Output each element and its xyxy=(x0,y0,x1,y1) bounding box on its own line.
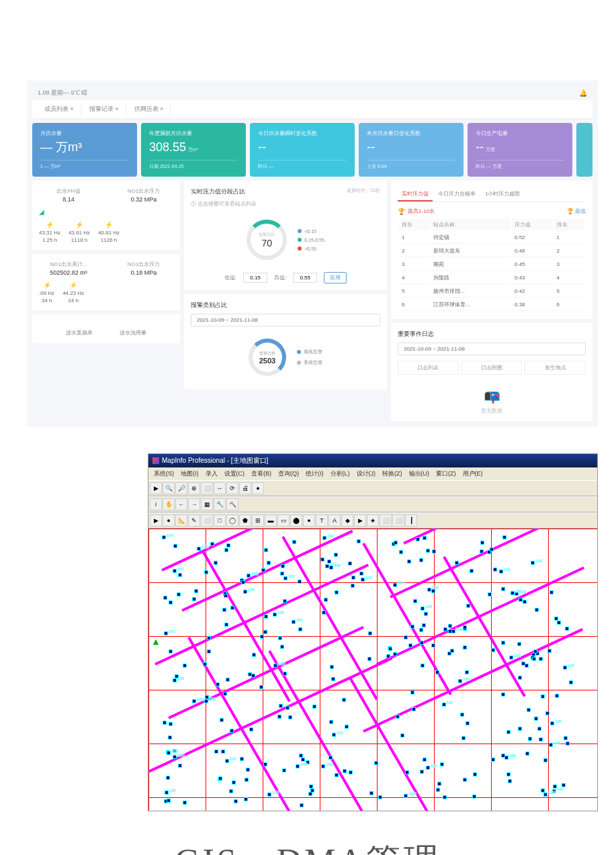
menu-item[interactable]: 设置(C) xyxy=(222,469,248,479)
tab-today-rate[interactable]: 今日压力合格率 xyxy=(434,187,480,201)
toolbar-button[interactable]: ⬜ xyxy=(392,514,404,527)
table-row[interactable]: 3南苑0.453 xyxy=(399,259,584,271)
toolbar-button[interactable]: ▶ xyxy=(354,514,366,527)
toolbar-button[interactable]: 🔎 xyxy=(175,482,187,494)
menu-item[interactable]: 分析(L) xyxy=(328,469,353,479)
summary-cards: 月供水量 — 万m³ 1 — 万m³ 年度漏损月供水量 308.55 万m³ 日… xyxy=(32,123,592,177)
toolbar-button[interactable]: i xyxy=(150,498,162,510)
dot-icon xyxy=(298,238,302,242)
apply-button[interactable]: 应用 xyxy=(324,272,347,283)
menu-item[interactable]: 查看(B) xyxy=(249,469,274,479)
event-tab-location[interactable]: 发生地点 xyxy=(525,361,586,375)
menu-item[interactable]: 输出(U) xyxy=(406,469,433,479)
toolbar-button[interactable]: T xyxy=(316,514,328,527)
toolbar-button[interactable]: ⬟ xyxy=(239,514,251,527)
table-row[interactable]: 6江苏环球体育...0.386 xyxy=(399,299,584,311)
event-tab-image[interactable]: 日志附图 xyxy=(461,361,523,375)
toolbar-button[interactable]: ● xyxy=(163,514,175,527)
menu-item[interactable]: 转换(Z) xyxy=(380,469,405,479)
table-row[interactable]: 4兴隆路0.434 xyxy=(399,272,584,284)
rank-table: 排名 站点名称 压力值 排名 1待定镇0.5212新坝大道东0.4823南苑0.… xyxy=(398,218,586,312)
compass-icon: ▲ xyxy=(151,636,161,647)
menu-item[interactable]: 统计(I) xyxy=(303,469,326,479)
menu-item[interactable]: 设计(J) xyxy=(354,469,379,479)
event-tab-list[interactable]: 日志列表 xyxy=(398,361,459,375)
toolbar-button[interactable]: ▶ xyxy=(150,514,162,527)
toolbar-button[interactable]: ⬜ xyxy=(201,482,213,494)
menu-item[interactable]: 用户(E) xyxy=(460,469,486,479)
toolbar-button[interactable]: 📐 xyxy=(175,514,187,527)
mapinfo-app: MapInfo Professional - [主地图窗口] 系统(S)地图(I… xyxy=(148,453,598,811)
toolbar-button[interactable]: ★ xyxy=(367,514,379,527)
toolbar-button[interactable]: 🔍 xyxy=(163,482,175,494)
dot-icon xyxy=(297,361,301,365)
pressure-donut[interactable]: 全部占比 70 xyxy=(247,220,287,260)
table-row[interactable]: 5扬州市排挡...0.425 xyxy=(399,285,584,298)
panel-rank: 实时压力值 今日压力合格率 1小时压力超限 🏆 最高1-10名 🏆 最低 排名 … xyxy=(391,181,592,319)
card-today-power[interactable]: 今日生产电量 -- 万度 昨日 — 万度 xyxy=(468,123,572,177)
bolt-icon: ⚡ xyxy=(39,281,54,289)
toolbar-button[interactable]: ⬤ xyxy=(290,514,302,527)
dot-icon xyxy=(298,246,302,251)
toolbar-button[interactable]: → xyxy=(188,498,200,510)
table-row[interactable]: 1待定镇0.521 xyxy=(399,232,584,244)
app-icon xyxy=(152,457,159,464)
toolbar-button[interactable]: ◆ xyxy=(341,514,353,527)
menu-item[interactable]: 系统(S) xyxy=(151,469,177,479)
toolbar-button[interactable]: ◯ xyxy=(226,514,238,527)
menu-item[interactable]: 查询(Q) xyxy=(275,469,302,479)
tab-realtime-pressure[interactable]: 实时压力值 xyxy=(398,187,433,201)
dashboard-tabs: 成员列表 × 报警记录 × 供网压表 × xyxy=(32,100,592,119)
date-range-picker[interactable]: 2021-10-09 ~ 2021-11-08 xyxy=(398,343,586,355)
toolbar-button[interactable]: ▦ xyxy=(201,498,213,510)
menu-item[interactable]: 窗口(Z) xyxy=(433,469,459,479)
toolbar-button[interactable]: ▬ xyxy=(265,514,277,527)
toolbar-draw: ▶●📐✎⬜□◯⬟⊞▬▭⬤●TA◆▶★⬜⬜┃ xyxy=(148,512,597,529)
toolbar-button[interactable]: □ xyxy=(214,514,226,527)
card-next-peek[interactable] xyxy=(576,123,592,177)
stat-value: 8.14 xyxy=(39,196,98,203)
high-value-input[interactable] xyxy=(293,273,317,283)
empty-icon: 📭 xyxy=(398,388,586,404)
menu-item[interactable]: 录入 xyxy=(203,469,220,479)
tab-1h-overlimit[interactable]: 1小时压力超限 xyxy=(481,187,524,201)
tab-pressure-net[interactable]: 供网压表 × xyxy=(128,103,171,116)
bell-icon[interactable]: 🔔 xyxy=(579,89,587,97)
toolbar-button[interactable]: 🔨 xyxy=(226,498,238,510)
toolbar-button[interactable]: ▭ xyxy=(277,514,290,527)
toolbar-tools: i✋←→▦🔧🔨 xyxy=(148,496,597,512)
toolbar-button[interactable]: ┃ xyxy=(405,514,417,527)
toolbar-button[interactable]: ▶ xyxy=(150,482,162,494)
toolbar-button[interactable]: ✋ xyxy=(163,498,175,510)
toolbar-button[interactable]: ← xyxy=(175,498,187,510)
table-row[interactable]: 2新坝大道东0.482 xyxy=(399,245,584,257)
card-month-supply[interactable]: 月供水量 — 万m³ 1 — 万m³ xyxy=(32,123,137,177)
menu-item[interactable]: 地图(I) xyxy=(178,469,202,479)
toolbar-button[interactable]: ⬜ xyxy=(380,514,392,527)
tab-alarms[interactable]: 报警记录 × xyxy=(83,103,126,116)
trophy-icon: 🏆 xyxy=(567,208,574,214)
panel-alarm-category: 报警类别占比 2021-10-09 ~ 2021-11-08 报警总数 2503… xyxy=(184,294,387,390)
toolbar-button[interactable]: ⊞ xyxy=(252,514,264,527)
toolbar-button[interactable]: ↔ xyxy=(214,482,226,494)
toolbar-button[interactable]: 🔧 xyxy=(214,498,226,510)
date-range-picker[interactable]: 2021-10-09 ~ 2021-11-08 xyxy=(191,314,380,326)
map-canvas[interactable]: ▲ 10010010010010010010010010010010010010… xyxy=(148,529,597,811)
toolbar-button[interactable]: ⬜ xyxy=(201,514,213,527)
alarm-donut[interactable]: 报警总数 2503 xyxy=(249,339,286,376)
toolbar-button[interactable]: ⟳ xyxy=(226,482,238,494)
toolbar-button[interactable]: ● xyxy=(252,482,264,494)
stat-label: 出水PH值 xyxy=(39,187,98,195)
low-value-input[interactable] xyxy=(243,273,267,283)
card-today-coef[interactable]: 今日供水量瞬时变化系数 -- 昨日 — xyxy=(250,123,355,177)
card-year-leak[interactable]: 年度漏损月供水量 308.55 万m³ 日期 2021-04-25 xyxy=(141,123,246,177)
panel-bottom-labels: 进水泵频率 进水池用量 xyxy=(32,314,180,343)
toolbar-button[interactable]: ● xyxy=(303,514,315,527)
card-month-coef[interactable]: 本月供水量日变化系数 -- 上月 9.64 xyxy=(359,123,464,177)
toolbar-button[interactable]: ⊕ xyxy=(188,482,200,494)
toolbar-button[interactable]: A xyxy=(328,514,341,527)
toolbar-button[interactable]: ✎ xyxy=(188,514,200,527)
toolbar-button[interactable]: 🖨 xyxy=(239,482,251,494)
page-title: GIS、DMA管理 xyxy=(0,838,616,855)
tab-members[interactable]: 成员列表 × xyxy=(38,103,81,116)
